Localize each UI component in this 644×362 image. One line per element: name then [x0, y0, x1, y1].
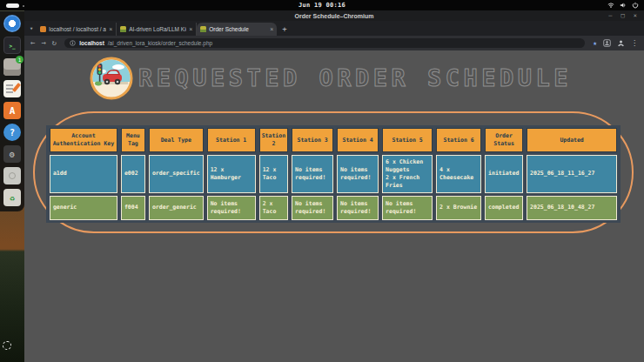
table-row: generic f004 order_generic No items requ… — [50, 196, 617, 220]
cell-deal-type: order_specific — [149, 155, 204, 193]
table-row: a1dd e002 order_specific 12 x Hamburger … — [50, 155, 617, 193]
pencil-icon — [12, 83, 21, 92]
cell-station-1: 12 x Hamburger — [207, 155, 256, 193]
browser-menu-kebab-icon[interactable]: ⋮ — [631, 39, 638, 47]
dock-settings-gear-icon[interactable]: ⚙ — [3, 145, 21, 163]
dock-recycle-icon[interactable]: ♻ — [3, 189, 21, 206]
cell-auth-key: generic — [50, 196, 117, 220]
cell-order-status: completed — [485, 196, 523, 220]
dock-terminal-icon[interactable]: >_ — [3, 37, 21, 54]
tab-phpmyadmin[interactable]: localhost / localhost / a × — [37, 23, 117, 36]
cell-station-3: No items required! — [292, 196, 333, 220]
close-window-button[interactable]: × — [634, 13, 637, 19]
profile-avatar-icon[interactable] — [617, 39, 625, 47]
url-path: /ai_driven_lora_kiosk/order_schedule.php — [108, 40, 212, 46]
col-deal-type: Deal Type — [149, 128, 204, 152]
wifi-icon — [607, 2, 614, 9]
dock-utility-icon[interactable] — [3, 167, 21, 184]
workspace-dot-icon — [23, 5, 24, 7]
volume-icon — [620, 2, 627, 9]
cell-updated: 2025_06_18_11_16_27 — [527, 155, 617, 193]
reload-icon[interactable]: ↻ — [52, 39, 57, 47]
page-title: REQUESTED ORDER SCHEDULE — [138, 64, 572, 91]
close-tab-icon[interactable]: × — [270, 26, 273, 32]
cell-menu-tag: e002 — [121, 155, 145, 193]
app-dock: >_ 1 A ? ⚙ ♻ — [0, 11, 24, 211]
drive-thru-logo — [90, 57, 133, 100]
close-tab-icon[interactable]: × — [109, 26, 112, 32]
col-account-auth-key: Account Authentication Key — [50, 128, 117, 152]
col-order-status: Order Status — [485, 128, 523, 152]
browser-toolbar: ← → ↻ localhost/ai_driven_lora_kiosk/ord… — [24, 36, 644, 50]
close-tab-icon[interactable]: × — [189, 26, 192, 32]
cell-station-4: No items required! — [337, 196, 379, 220]
cell-station-3: No items required! — [292, 155, 333, 193]
extension-user-icon[interactable] — [603, 39, 611, 47]
page-content: REQUESTED ORDER SCHEDULE Account Authent… — [24, 50, 644, 362]
dock-file-manager-icon[interactable]: 1 — [3, 58, 21, 76]
files-badge: 1 — [16, 56, 23, 64]
dock-chromium-icon[interactable] — [3, 15, 21, 32]
tab-kiosk-home[interactable]: AI-driven LoRa/LLM Kio × — [117, 23, 197, 36]
cell-station-1: No items required! — [207, 196, 256, 220]
cell-station-6: 2 x Brownie — [436, 196, 481, 220]
browser-window: Order Schedule–Chromium – □ × ▾ localhos… — [24, 10, 644, 362]
bookmark-star-icon[interactable]: ★ — [593, 39, 597, 47]
col-updated: Updated — [527, 128, 617, 152]
cell-station-5: 6 x Chicken Nuggets 2 x French Fries — [382, 155, 433, 193]
cell-station-6: 4 x Cheesecake — [436, 155, 481, 193]
window-titlebar[interactable]: Order Schedule–Chromium – □ × — [24, 10, 644, 21]
minimize-button[interactable]: – — [608, 13, 612, 19]
col-station-1: Station 1 — [207, 128, 256, 152]
col-station-2: Station 2 — [259, 128, 288, 152]
cell-station-2: 2 x Taco — [259, 196, 288, 220]
tab-search-chevron-icon[interactable]: ▾ — [30, 25, 33, 32]
page-header: REQUESTED ORDER SCHEDULE — [24, 50, 644, 101]
site-info-icon[interactable] — [70, 40, 76, 46]
order-schedule-table: Account Authentication Key Menu Tag Deal… — [46, 125, 621, 223]
cell-auth-key: a1dd — [50, 155, 117, 193]
col-station-4: Station 4 — [337, 128, 379, 152]
forward-icon[interactable]: → — [41, 39, 45, 47]
col-station-5: Station 5 — [382, 128, 433, 152]
maximize-button[interactable]: □ — [621, 13, 625, 19]
dock-text-editor-icon[interactable] — [3, 80, 21, 97]
tab-order-schedule[interactable]: Order Schedule × — [197, 23, 277, 36]
desktop-shortcut-icon[interactable] — [3, 341, 11, 350]
back-icon[interactable]: ← — [30, 39, 35, 47]
col-menu-tag: Menu Tag — [121, 128, 145, 152]
system-status-icons[interactable] — [607, 2, 639, 9]
cell-station-4: No items required! — [337, 155, 379, 193]
cell-station-5: No items required! — [382, 196, 433, 220]
cell-deal-type: order_generic — [149, 196, 204, 220]
window-title: Order Schedule–Chromium — [294, 13, 373, 19]
activities-indicator[interactable] — [6, 3, 19, 8]
power-icon — [632, 2, 639, 9]
tab-strip: ▾ localhost / localhost / a × AI-driven … — [24, 21, 644, 36]
new-tab-button[interactable]: + — [282, 24, 286, 33]
table-header-row: Account Authentication Key Menu Tag Deal… — [50, 128, 617, 152]
col-station-6: Station 6 — [436, 128, 481, 152]
schedule-capsule: Account Authentication Key Menu Tag Deal… — [33, 111, 634, 233]
col-station-3: Station 3 — [292, 128, 333, 152]
system-top-bar: Jun 19 00:16 — [0, 0, 644, 10]
address-bar[interactable]: localhost/ai_driven_lora_kiosk/order_sch… — [64, 38, 585, 48]
cell-menu-tag: f004 — [121, 196, 145, 220]
cell-station-2: 12 x Taco — [259, 155, 288, 193]
cell-order-status: initiated — [485, 155, 523, 193]
dock-app-a-icon[interactable]: A — [3, 102, 21, 119]
dock-help-icon[interactable]: ? — [3, 124, 21, 141]
cell-updated: 2025_06_18_10_48_27 — [527, 196, 617, 220]
tab-favicon-phpmyadmin-icon — [40, 26, 46, 32]
url-host: localhost — [79, 40, 104, 46]
tab-favicon-order-schedule-icon — [200, 26, 206, 32]
tab-favicon-kiosk-icon — [120, 26, 126, 32]
system-clock[interactable]: Jun 19 00:16 — [299, 2, 345, 9]
